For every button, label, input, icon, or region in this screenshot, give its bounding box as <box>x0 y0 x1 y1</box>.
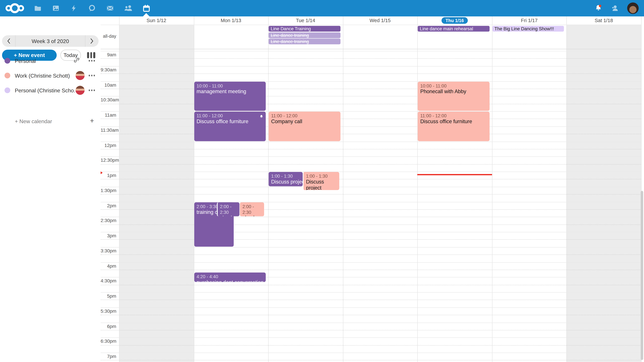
allday-event[interactable]: Line dance training <box>269 32 340 38</box>
event-time: 10:00 - 11:00 <box>196 83 263 88</box>
nextcloud-logo[interactable] <box>4 0 25 16</box>
activity-app-button[interactable] <box>65 0 83 16</box>
slot-line-hour <box>100 202 641 202</box>
slot-line-hour <box>100 111 641 112</box>
event-block[interactable]: 1:00 - 1:30Discuss project announcement <box>303 172 339 190</box>
folder-icon <box>34 4 42 12</box>
calendar-list-item[interactable]: Work (Christine Schott) <box>0 68 100 83</box>
event-time: 11:00 - 12:00 <box>196 113 263 118</box>
allday-row-label: all-day <box>100 34 116 38</box>
day-header-sat[interactable]: Sat 1/18 <box>566 16 641 25</box>
user-menu-button[interactable] <box>625 0 641 16</box>
calendar-actions-menu[interactable] <box>88 89 95 91</box>
contacts-menu-button[interactable] <box>606 0 623 16</box>
slot-line-hour <box>100 157 641 157</box>
calendar-actions-menu[interactable] <box>88 75 95 76</box>
event-title: Discuss office furniture <box>420 119 487 125</box>
calendar-list-item[interactable]: Personal (Christine Scho... <box>0 83 100 98</box>
calendar-color-dot <box>4 72 10 78</box>
slot-line-quarter <box>100 119 641 119</box>
event-block[interactable]: 10:00 - 11:00Phonecall with Abby <box>418 81 490 111</box>
day-header-label: Fri 1/17 <box>521 17 538 23</box>
event-block[interactable]: 4:20 - 4:40purchasing dept conversation <box>194 273 266 282</box>
allday-event[interactable]: Line Dance Training <box>269 26 340 31</box>
notifications-button[interactable] <box>590 0 606 16</box>
talk-app-button[interactable] <box>83 0 101 16</box>
photos-app-button[interactable] <box>47 0 65 16</box>
allday-event[interactable]: Line dance training <box>269 38 340 44</box>
nextcloud-logo-icon <box>5 3 25 13</box>
slot-line-quarter <box>100 58 641 59</box>
time-axis-label: 12pm <box>100 143 116 147</box>
event-block[interactable]: 11:00 - 12:00Company call <box>269 112 340 141</box>
event-title: Phonecall with Abby <box>420 88 487 95</box>
slot-line-hour <box>100 247 641 247</box>
new-calendar-button[interactable]: + New calendar + <box>0 115 100 127</box>
event-title: management meeting <box>196 88 263 95</box>
now-line <box>418 174 492 175</box>
shared-by-avatar <box>75 86 84 95</box>
day-header-fri[interactable]: Fri 1/17 <box>492 16 566 25</box>
top-header-bar <box>0 0 644 16</box>
mail-envelope-icon <box>106 4 114 12</box>
slot-line-quarter <box>100 255 641 255</box>
slot-line-hour <box>100 353 641 353</box>
week-label-button[interactable]: Week 3 of 2020 <box>16 38 85 44</box>
calendar-actions-menu[interactable] <box>88 60 95 61</box>
day-header-thu[interactable]: Thu 1/16 <box>418 16 492 25</box>
slot-line-quarter <box>100 194 641 195</box>
event-block[interactable]: 11:00 - 12:00Discuss office furniture <box>418 112 490 141</box>
slot-line-hour <box>100 66 641 66</box>
slot-line-quarter <box>100 134 641 134</box>
next-week-button[interactable] <box>85 35 98 47</box>
event-time: 11:00 - 12:00 <box>271 113 338 118</box>
event-block[interactable]: 2:00 - 2:30check-in <box>217 202 240 216</box>
time-axis-label: 6pm <box>100 324 116 329</box>
weekend-column-background <box>566 25 641 362</box>
day-header-label: Tue 1/14 <box>296 17 315 23</box>
day-header-sun[interactable]: Sun 1/12 <box>119 16 194 25</box>
day-header-wed[interactable]: Wed 1/15 <box>343 16 418 25</box>
vertical-scrollbar-thumb[interactable] <box>640 191 643 360</box>
event-block[interactable]: 2:00 - 2:30check-in <box>240 202 264 216</box>
shared-by-avatar <box>75 71 84 80</box>
contacts-app-button[interactable] <box>119 0 137 16</box>
event-title: check-in <box>220 215 237 216</box>
event-block[interactable]: 10:00 - 11:00management meeting <box>194 81 266 111</box>
active-app-indicator <box>143 13 150 16</box>
event-title: Company call <box>271 119 338 125</box>
allday-event[interactable]: The Big Line Dancing Show!!! <box>492 26 564 31</box>
slot-line-quarter <box>100 149 641 149</box>
day-header-tue[interactable]: Tue 1/14 <box>268 16 343 25</box>
slot-line-quarter <box>100 224 641 225</box>
chevron-left-icon <box>6 38 10 44</box>
grid-column-line <box>119 16 120 362</box>
slot-line-hour <box>100 277 641 278</box>
event-time: 1:00 - 1:30 <box>306 173 337 179</box>
slot-line-hour <box>100 172 641 172</box>
slot-line-quarter <box>100 345 641 346</box>
event-time: 2:00 - 2:30 <box>242 203 262 215</box>
event-title: Discuss project announcement <box>306 179 337 190</box>
event-block[interactable]: 1:00 - 1:30Discuss project announcement <box>269 172 303 186</box>
calendar-list-item[interactable]: Personal <box>0 53 100 68</box>
slot-line-hour <box>100 96 641 96</box>
files-app-button[interactable] <box>29 0 47 16</box>
chevron-right-icon <box>90 38 94 44</box>
people-icon <box>124 4 133 12</box>
talk-bubble-icon <box>88 4 96 12</box>
previous-week-button[interactable] <box>2 35 15 47</box>
event-time: 10:00 - 11:00 <box>420 83 487 88</box>
allday-event[interactable]: Line dance main rehearsal <box>418 26 490 31</box>
mail-app-button[interactable] <box>101 0 119 16</box>
day-header-mon[interactable]: Mon 1/13 <box>194 16 268 25</box>
event-block[interactable]: 11:00 - 12:00Discuss office furniture <box>194 112 266 141</box>
event-title: Discuss office furniture <box>196 119 263 125</box>
slot-line-quarter <box>100 285 641 285</box>
slot-line-quarter <box>100 89 641 89</box>
calendar-color-dot <box>4 58 10 63</box>
share-link-icon[interactable] <box>73 57 80 65</box>
slot-line-hour <box>100 51 641 51</box>
slot-line-quarter <box>100 240 641 240</box>
grid-column-line <box>343 16 343 362</box>
